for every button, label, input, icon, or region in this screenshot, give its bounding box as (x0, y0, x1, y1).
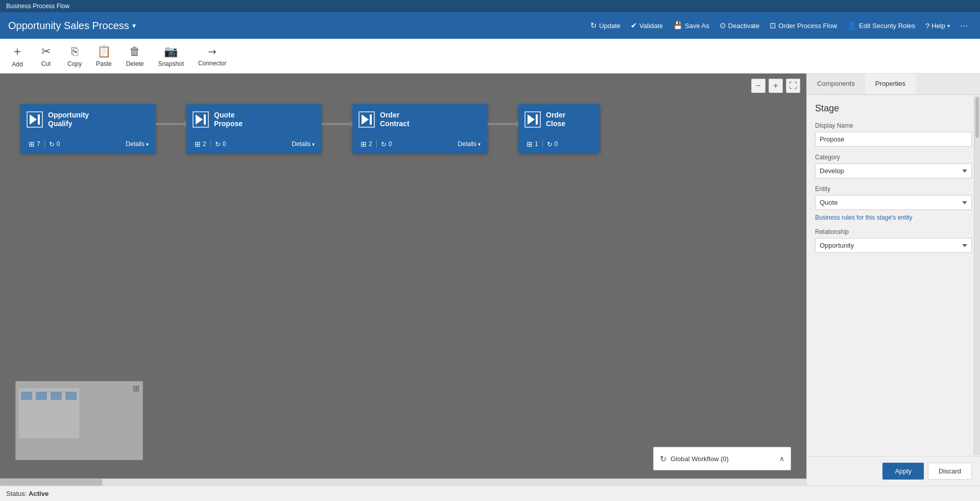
stage-connector-2 (322, 123, 352, 125)
details-button-opportunity-qualify[interactable]: Details ▾ (123, 139, 152, 149)
edit-security-roles-button[interactable]: 👤 Edit Security Roles (843, 18, 919, 33)
display-name-input[interactable] (815, 132, 972, 147)
add-button[interactable]: + Add (4, 41, 31, 71)
workflow-count: 0 (57, 140, 60, 148)
svg-marker-4 (362, 114, 369, 125)
apply-button[interactable]: Apply (882, 463, 924, 480)
status-label: Status: (6, 490, 27, 497)
cut-button[interactable]: ✂ Cut (33, 42, 59, 70)
tab-components-label: Components (817, 80, 855, 87)
entity-select[interactable]: Quote Opportunity Order (815, 195, 972, 210)
steps-icon: ⊞ (527, 140, 533, 148)
panel-tabs: Components Properties (807, 74, 980, 95)
toolbar: + Add ✂ Cut ⎘ Copy 📋 Paste 🗑 Delete 📷 Sn… (0, 39, 980, 74)
delete-label: Delete (126, 60, 144, 67)
validate-icon: ✔ (631, 21, 637, 30)
details-chevron-icon: ▾ (478, 141, 481, 147)
steps-count: 2 (203, 140, 206, 148)
update-button[interactable]: ↻ Update (586, 18, 625, 33)
order-process-flow-button[interactable]: ⊡ Order Process Flow (766, 18, 841, 33)
copy-button[interactable]: ⎘ Copy (61, 42, 88, 70)
svg-rect-3 (204, 114, 206, 125)
help-button[interactable]: ? Help ▾ (921, 18, 954, 33)
svg-marker-6 (528, 114, 535, 125)
details-button-order-contract[interactable]: Details ▾ (455, 139, 484, 149)
stage-card-order-close[interactable]: Order Close ⊞ 1 ↻ 0 (518, 104, 600, 153)
relationship-select[interactable]: Opportunity (815, 238, 972, 253)
svg-rect-7 (536, 114, 538, 125)
cut-icon: ✂ (41, 45, 51, 58)
stage-title-opportunity-qualify: Opportunity Qualify (48, 111, 89, 128)
cut-label: Cut (41, 60, 51, 67)
delete-button[interactable]: 🗑 Delete (120, 42, 150, 70)
header-title-chevron[interactable]: ▾ (132, 21, 136, 30)
stage-stat-workflow-opportunity-qualify: ↻ 0 (45, 140, 64, 148)
stage-icon-order-contract (358, 111, 375, 128)
zoom-in-button[interactable]: + (769, 79, 783, 93)
details-button-quote-propose[interactable]: Details ▾ (289, 139, 318, 149)
mini-map-expand-icon[interactable]: ⊞ (133, 384, 139, 393)
details-label: Details (292, 140, 310, 148)
header-title: Opportunity Sales Process ▾ (8, 20, 136, 32)
update-icon: ↻ (590, 21, 597, 30)
zoom-controls: − + ⛶ (751, 79, 800, 93)
business-rules-link[interactable]: Business rules for this stage's entity (815, 214, 972, 221)
paste-button[interactable]: 📋 Paste (90, 42, 118, 70)
global-workflow-bar[interactable]: ↻ Global Workflow (0) ∧ (653, 447, 791, 470)
canvas-scrollbar[interactable] (0, 479, 806, 486)
header-actions: ↻ Update ✔ Validate 💾 Save As ⊙ Deactiva… (586, 18, 972, 33)
steps-icon: ⊞ (361, 140, 367, 148)
workflow-icon: ↻ (547, 140, 553, 148)
global-workflow-label: Global Workflow (0) (671, 455, 775, 463)
stage-header-quote-propose: Quote Propose (186, 104, 322, 135)
stage-title-order-contract: Order Contract (380, 111, 410, 128)
more-button[interactable]: ⋯ (956, 18, 972, 33)
canvas-area[interactable]: − + ⛶ Op (0, 74, 806, 486)
workflow-count: 0 (223, 140, 226, 148)
details-label: Details (458, 140, 476, 148)
steps-icon: ⊞ (29, 140, 35, 148)
workflow-count: 0 (555, 140, 558, 148)
validate-button[interactable]: ✔ Validate (627, 18, 667, 33)
global-workflow-icon: ↻ (660, 454, 666, 464)
connector-label: Connector (198, 60, 226, 67)
snapshot-button[interactable]: 📷 Snapshot (152, 42, 190, 70)
stage-card-opportunity-qualify[interactable]: Opportunity Qualify ⊞ 7 ↻ 0 Details (20, 104, 156, 153)
stage-stat-workflow-quote-propose: ↻ 0 (211, 140, 230, 148)
svg-rect-1 (38, 114, 40, 125)
deactivate-icon: ⊙ (720, 21, 726, 30)
category-label: Category (815, 154, 972, 161)
stage-card-quote-propose[interactable]: Quote Propose ⊞ 2 ↻ 0 Details ▾ (186, 104, 322, 153)
category-select[interactable]: Qualify Develop Propose Close (815, 163, 972, 178)
tab-components[interactable]: Components (807, 74, 865, 94)
stage-header-order-contract: Order Contract (352, 104, 488, 135)
edit-security-roles-label: Edit Security Roles (859, 22, 915, 30)
fullscreen-button[interactable]: ⛶ (786, 79, 800, 93)
order-process-flow-icon: ⊡ (770, 21, 776, 30)
workflow-icon: ↻ (215, 140, 221, 148)
svg-rect-5 (370, 114, 372, 125)
panel-scrollbar[interactable] (974, 96, 980, 455)
save-as-button[interactable]: 💾 Save As (669, 18, 713, 33)
stage-connector-1 (156, 123, 186, 125)
tab-properties[interactable]: Properties (865, 74, 916, 94)
help-icon: ? (925, 21, 929, 30)
stage-footer-opportunity-qualify: ⊞ 7 ↻ 0 Details ▾ (20, 135, 156, 153)
connector-button[interactable]: ↗ Connector (192, 42, 232, 70)
discard-button[interactable]: Discard (928, 463, 972, 480)
add-label: Add (12, 61, 22, 68)
workflow-icon: ↻ (49, 140, 55, 148)
properties-section-title: Stage (815, 103, 972, 114)
connector-icon: ↗ (205, 44, 220, 59)
deactivate-button[interactable]: ⊙ Deactivate (715, 18, 763, 33)
status-bar: Status: Active (0, 486, 980, 501)
workflow-icon: ↻ (381, 140, 387, 148)
paste-label: Paste (96, 60, 112, 67)
stage-icon-order-close (524, 111, 541, 128)
validate-label: Validate (639, 22, 663, 30)
zoom-out-button[interactable]: − (751, 79, 766, 93)
steps-count: 1 (535, 140, 538, 148)
panel-content: Stage Display Name Category Qualify Deve… (807, 95, 980, 456)
header: Opportunity Sales Process ▾ ↻ Update ✔ V… (0, 12, 980, 39)
stage-card-order-contract[interactable]: Order Contract ⊞ 2 ↻ 0 Details ▾ (352, 104, 488, 153)
